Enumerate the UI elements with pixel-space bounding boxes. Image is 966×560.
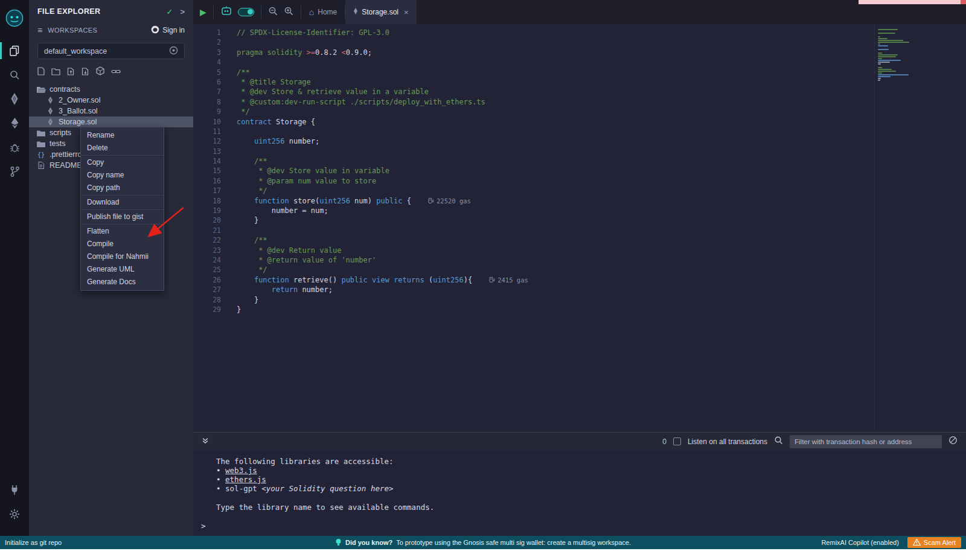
- code-text: /**: [237, 235, 267, 245]
- context-menu-item-compile[interactable]: Compile: [81, 238, 164, 250]
- line-number: 14: [193, 156, 221, 166]
- line-number: 20: [193, 215, 221, 225]
- context-menu-item-delete[interactable]: Delete: [81, 142, 164, 154]
- tree-item-3-ballot-sol[interactable]: 3_Ballot.sol: [29, 106, 193, 116]
- context-menu-item-publish-file-to-gist[interactable]: Publish file to gist: [81, 211, 164, 223]
- github-icon: [151, 25, 159, 36]
- upload-file-icon[interactable]: [67, 67, 75, 78]
- tree-item-2-owner-sol[interactable]: 2_Owner.sol: [29, 95, 193, 106]
- minimap-line: [878, 78, 881, 79]
- search-icon[interactable]: [0, 64, 29, 86]
- tree-item-label: 2_Owner.sol: [59, 96, 100, 104]
- terminal-link-ethers-js[interactable]: ethers.js: [225, 475, 266, 484]
- workspace-select[interactable]: default_workspace: [37, 43, 185, 59]
- scam-alert-badge[interactable]: Scam Alert: [907, 537, 961, 548]
- listen-all-transactions-label[interactable]: Listen on all transactions: [688, 438, 767, 446]
- sign-in-button[interactable]: Sign in: [151, 25, 185, 36]
- code-line: 23 * @dev Return value: [193, 246, 874, 255]
- remixai-robot-icon[interactable]: [220, 6, 232, 18]
- context-menu-item-flatten[interactable]: Flatten: [81, 225, 164, 238]
- minimap-line: [878, 71, 896, 72]
- workspaces-label: WORKSPACES: [48, 27, 151, 34]
- zoom-out-icon[interactable]: [268, 6, 278, 19]
- terminal-hint: Type the library name to see available c…: [216, 503, 966, 512]
- remix-logo[interactable]: [0, 5, 29, 31]
- tab-home[interactable]: ⌂ Home: [301, 0, 345, 24]
- code-text: number = num;: [237, 206, 328, 215]
- code-line: 19 number = num;: [193, 206, 874, 215]
- gas-estimate[interactable]: 2415 gas: [489, 275, 528, 285]
- code-line: 9 */: [193, 107, 874, 116]
- minimap-line: [878, 40, 903, 41]
- code-text: * @custom:dev-run-script ./scripts/deplo…: [237, 97, 485, 107]
- code-line: 26 function retrieve() public view retur…: [193, 275, 874, 285]
- terminal-command: sol-gpt: [225, 484, 257, 493]
- line-number: 6: [193, 77, 221, 87]
- solidity-icon: [45, 107, 55, 115]
- tab-storage-sol[interactable]: Storage.sol ×: [345, 0, 416, 24]
- line-number: 3: [193, 48, 221, 57]
- expand-terminal-icon[interactable]: [202, 436, 209, 447]
- context-menu-item-copy[interactable]: Copy: [81, 156, 164, 169]
- zoom-in-icon[interactable]: [284, 6, 294, 19]
- link-icon[interactable]: [111, 67, 121, 78]
- context-menu-item-copy-name[interactable]: Copy name: [81, 169, 164, 182]
- plugin-manager-icon[interactable]: [0, 479, 29, 501]
- run-script-button[interactable]: ▶: [200, 7, 206, 17]
- git-icon[interactable]: [0, 161, 29, 182]
- code-editor[interactable]: 1// SPDX-License-Identifier: GPL-3.023pr…: [193, 24, 966, 432]
- minimap[interactable]: [874, 24, 966, 432]
- ipfs-box-icon[interactable]: [96, 66, 104, 78]
- chevron-right-icon[interactable]: >: [180, 7, 185, 16]
- terminal-link-web3-js[interactable]: web3.js: [225, 466, 257, 475]
- solidity-compiler-icon[interactable]: [0, 88, 29, 110]
- close-tab-icon[interactable]: ×: [404, 8, 409, 17]
- minimap-line: [878, 45, 888, 46]
- tree-item-contracts[interactable]: contracts: [29, 84, 193, 95]
- bullet: •: [216, 484, 225, 493]
- copilot-toggle[interactable]: [238, 8, 254, 16]
- minimap-line: [878, 49, 889, 50]
- minimap-line: [878, 63, 881, 65]
- workspace-options-icon[interactable]: [169, 46, 178, 57]
- git-init-button[interactable]: Initialize as git repo: [5, 539, 62, 546]
- gas-estimate[interactable]: 22520 gas: [428, 196, 471, 206]
- copilot-status-label[interactable]: RemixAI Copilot (enabled): [821, 539, 898, 546]
- transaction-filter-input[interactable]: [790, 435, 942, 448]
- code-pane[interactable]: 1// SPDX-License-Identifier: GPL-3.023pr…: [193, 24, 874, 432]
- clear-console-icon[interactable]: [948, 436, 958, 447]
- context-menu-item-generate-uml[interactable]: Generate UML: [81, 263, 164, 276]
- terminal-search-icon[interactable]: [774, 436, 783, 447]
- context-menu-item-rename[interactable]: Rename: [81, 129, 164, 142]
- tree-item-storage-sol[interactable]: Storage.sol: [29, 116, 193, 127]
- minimap-line: [878, 76, 891, 77]
- new-file-icon[interactable]: [37, 67, 45, 78]
- deploy-and-run-icon[interactable]: [0, 112, 29, 134]
- context-menu-item-copy-path[interactable]: Copy path: [81, 182, 164, 194]
- new-folder-icon[interactable]: [51, 67, 60, 78]
- tree-item-label: .prettierrc: [50, 150, 82, 159]
- file-explorer-icon[interactable]: [0, 40, 29, 62]
- menu-divider: [81, 195, 164, 196]
- terminal-library-item: • web3.js: [216, 466, 966, 475]
- code-text: * @dev Store value in variable: [237, 166, 389, 176]
- code-text: /**: [237, 156, 267, 166]
- line-number: 21: [193, 226, 221, 235]
- context-menu-item-download[interactable]: Download: [81, 196, 164, 209]
- minimap-line: [878, 56, 896, 57]
- terminal-prompt[interactable]: >: [201, 521, 966, 530]
- terminal-output[interactable]: The following libraries are accessible: …: [193, 450, 966, 536]
- debugger-icon[interactable]: [0, 136, 29, 158]
- activity-bar: [0, 0, 29, 536]
- context-menu-item-compile-for-nahmii[interactable]: Compile for Nahmii: [81, 250, 164, 263]
- listen-all-transactions-checkbox[interactable]: [673, 438, 681, 445]
- upload-folder-icon[interactable]: [82, 67, 89, 78]
- file-actions-toolbar: [29, 60, 193, 82]
- code-line: 2: [193, 37, 874, 47]
- hamburger-menu-icon[interactable]: ≡: [37, 25, 42, 35]
- settings-gear-icon[interactable]: [0, 503, 29, 525]
- code-line: 28 }: [193, 295, 874, 305]
- minimap-line: [878, 74, 909, 75]
- code-line: 25 */: [193, 265, 874, 275]
- context-menu-item-generate-docs[interactable]: Generate Docs: [81, 276, 164, 288]
